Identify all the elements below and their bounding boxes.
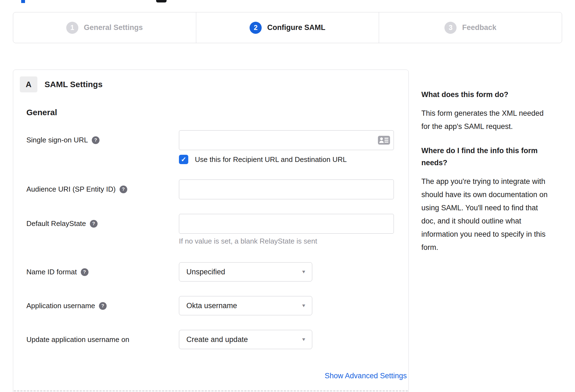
relaystate-hint: If no value is set, a blank RelayState i… [179, 237, 395, 245]
sso-help-icon[interactable]: ? [92, 136, 99, 144]
field-row-relaystate: Default RelayState ? If no value is set,… [26, 214, 408, 245]
step-2-number-badge: 2 [250, 22, 262, 34]
section-dashed-divider [14, 390, 408, 391]
section-title: SAML Settings [45, 80, 103, 89]
sso-checkbox-row: ✓ Use this for Recipient URL and Destina… [179, 154, 395, 165]
appusername-label-cell: Application username ? [26, 296, 179, 315]
field-row-appusername: Application username ? Okta username ▼ [26, 296, 408, 315]
relaystate-help-icon[interactable]: ? [90, 220, 98, 228]
updateusername-label: Update application username on [26, 335, 129, 344]
step-general-settings[interactable]: 1 General Settings [13, 12, 196, 43]
audience-label-cell: Audience URI (SP Entity ID) ? [26, 180, 179, 199]
help-sidebar: What does this form do? This form genera… [421, 89, 553, 266]
sso-label: Single sign-on URL [26, 135, 88, 145]
section-a-badge: A [20, 76, 37, 92]
step-feedback[interactable]: 3 Feedback [379, 12, 562, 43]
saml-form: Single sign-on URL ? ✓ [26, 130, 408, 380]
step-1-label: General Settings [84, 23, 143, 32]
contact-card-icon[interactable] [378, 136, 390, 145]
relaystate-label: Default RelayState [26, 219, 86, 228]
recipient-url-checkbox[interactable]: ✓ [179, 155, 188, 164]
appusername-help-icon[interactable]: ? [99, 302, 107, 310]
audience-uri-input[interactable] [179, 180, 394, 199]
audience-help-icon[interactable]: ? [120, 186, 127, 193]
audience-label: Audience URI (SP Entity ID) [26, 184, 116, 194]
appusername-select[interactable]: Okta username ▼ [179, 296, 312, 315]
updateusername-label-cell: Update application username on [26, 330, 179, 349]
nameid-control-cell: Unspecified ▼ [179, 262, 395, 281]
updateusername-select-value: Create and update [186, 335, 248, 344]
advanced-settings-row: Show Advanced Settings [26, 372, 407, 380]
appusername-select-value: Okta username [186, 302, 237, 310]
nameid-select-value: Unspecified [186, 268, 225, 276]
chevron-down-icon: ▼ [301, 269, 306, 274]
step-3-number-badge: 3 [444, 22, 457, 34]
header-fragment-dark [156, 0, 167, 2]
sso-label-cell: Single sign-on URL ? [26, 130, 179, 165]
step-3-label: Feedback [462, 23, 496, 32]
help-paragraph-what: This form generates the XML needed for t… [421, 107, 553, 133]
relaystate-input[interactable] [179, 214, 394, 234]
relaystate-label-cell: Default RelayState ? [26, 214, 179, 245]
section-header: A SAML Settings [20, 76, 408, 92]
help-heading-what: What does this form do? [421, 89, 553, 101]
step-1-number-badge: 1 [66, 22, 78, 34]
header-fragment-blue [21, 0, 25, 3]
nameid-label: Name ID format [26, 267, 77, 277]
help-paragraph-where: The app you're trying to integrate with … [421, 175, 553, 254]
nameid-help-icon[interactable]: ? [81, 268, 89, 276]
chevron-down-icon: ▼ [301, 303, 306, 308]
sso-url-input[interactable] [179, 130, 394, 150]
appusername-label: Application username [26, 301, 95, 310]
sso-control-cell: ✓ Use this for Recipient URL and Destina… [179, 130, 395, 165]
step-configure-saml[interactable]: 2 Configure SAML [196, 12, 379, 43]
updateusername-control-cell: Create and update ▼ [179, 330, 395, 349]
field-row-nameid: Name ID format ? Unspecified ▼ [26, 262, 408, 281]
nameid-label-cell: Name ID format ? [26, 262, 179, 281]
audience-control-cell [179, 180, 395, 199]
group-title-general: General [26, 108, 408, 117]
appusername-control-cell: Okta username ▼ [179, 296, 395, 315]
help-heading-where: Where do I find the info this form needs… [421, 145, 553, 169]
saml-settings-panel: A SAML Settings General Single sign-on U… [13, 70, 409, 392]
recipient-url-checkbox-label: Use this for Recipient URL and Destinati… [195, 155, 347, 164]
field-row-sso: Single sign-on URL ? ✓ [26, 130, 408, 165]
relaystate-control-cell: If no value is set, a blank RelayState i… [179, 214, 395, 245]
field-row-audience: Audience URI (SP Entity ID) ? [26, 180, 408, 199]
show-advanced-settings-link[interactable]: Show Advanced Settings [325, 372, 407, 380]
chevron-down-icon: ▼ [301, 337, 306, 342]
nameid-select[interactable]: Unspecified ▼ [179, 262, 312, 281]
updateusername-select[interactable]: Create and update ▼ [179, 330, 312, 349]
field-row-updateusername: Update application username on Create an… [26, 330, 408, 349]
wizard-stepper: 1 General Settings 2 Configure SAML 3 Fe… [13, 12, 562, 43]
step-2-label: Configure SAML [267, 23, 325, 32]
